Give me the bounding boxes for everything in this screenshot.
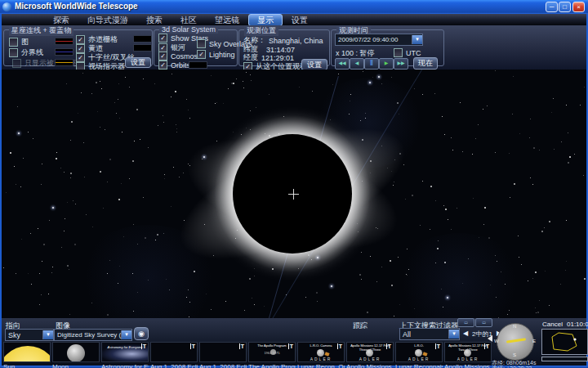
cancel-button[interactable]: Cancel xyxy=(542,321,563,328)
thumbnail-tour[interactable]: Apollo Missions 12-17 Part Three of Thre… xyxy=(346,342,394,368)
compass-east-label: E xyxy=(532,339,536,343)
collapse-panel-icon[interactable] xyxy=(488,335,492,342)
tab-search[interactable]: 搜索 xyxy=(137,15,172,25)
tab-telescope[interactable]: 望远镜 xyxy=(206,15,248,25)
checkbox-orbits[interactable]: ✓ Orbits xyxy=(158,61,190,70)
imagery-dropdown[interactable]: Digitized Sky Survey (Optical... ▼ xyxy=(54,329,132,341)
filter-value: All xyxy=(400,330,448,339)
ecliptic-color-swatch[interactable] xyxy=(133,44,152,52)
thumbnail-tour[interactable]: L.R.O. ADLER T Lunar Reconnais... xyxy=(395,342,443,368)
thumbnail-tour[interactable]: L.R.O. Camera ADLER T Lunar Recon. Or... xyxy=(297,342,345,368)
panel-toggle-button[interactable]: ▭ xyxy=(457,318,474,327)
title-bar[interactable]: Microsoft WorldWide Telescope ─ □ × xyxy=(0,0,588,14)
chevron-down-icon[interactable]: ▼ xyxy=(448,330,459,339)
eq-grid-color-swatch[interactable] xyxy=(133,35,152,43)
pause-button[interactable]: Ⅱ xyxy=(364,58,379,70)
compass-west-label: W xyxy=(494,339,499,343)
tour-badge-icon: T xyxy=(435,343,440,349)
checkbox-icon[interactable] xyxy=(12,59,21,68)
thumbnail-moon[interactable]: Moon xyxy=(52,342,100,368)
checkbox-icon[interactable] xyxy=(197,39,206,48)
selected-only-color-swatch[interactable] xyxy=(55,59,74,66)
group-observing-location: 观测位置 名称： Shanghai, China 纬度 31:14:07 经度 … xyxy=(238,29,330,66)
now-button[interactable]: 现在 xyxy=(413,57,438,70)
look-at-value: Sky xyxy=(6,331,42,339)
tab-guided-tours[interactable]: 向导式漫游 xyxy=(78,15,137,25)
group-constellations-title: 星座连线 + 覆盖物 xyxy=(9,25,74,36)
menu-bar: 探索 向导式漫游 搜索 社区 望远镜 显示 设置 xyxy=(2,14,586,25)
finder-outline xyxy=(542,330,587,354)
moon-image xyxy=(317,349,324,357)
location-settings-button[interactable]: 设置 xyxy=(301,59,327,70)
thumbnail-sun[interactable]: Sun xyxy=(3,342,51,368)
tab-settings[interactable]: 设置 xyxy=(283,15,317,25)
info-icon: ◉ xyxy=(138,330,145,338)
checkbox-figures[interactable]: 图 xyxy=(9,37,29,47)
pager-prev-icon[interactable]: ◀ xyxy=(463,330,468,337)
figures-color-swatch[interactable] xyxy=(55,38,74,45)
sky-viewport[interactable] xyxy=(2,70,586,318)
tour-badge-icon: T xyxy=(141,343,146,349)
thumbnail-tour[interactable]: T Aug 1, 2008 Eclip... xyxy=(150,342,198,368)
checkbox-icon[interactable] xyxy=(394,48,403,57)
datetime-dropdown[interactable]: 2009/07/22 09:40:00 ▼ xyxy=(335,34,423,46)
finder-map xyxy=(541,329,588,355)
thumbnail-tour[interactable]: The Apollo Program 1961 1975 T The Apoll… xyxy=(248,342,296,368)
tour-badge-icon: T xyxy=(386,343,391,349)
progress-bar xyxy=(541,357,588,361)
checkbox-icon[interactable]: ✓ xyxy=(158,34,167,43)
orbits-color-swatch[interactable] xyxy=(189,61,207,69)
filter-dropdown[interactable]: All ▼ xyxy=(399,328,460,340)
minimize-button[interactable]: ─ xyxy=(546,2,558,12)
maximize-button[interactable]: □ xyxy=(559,2,571,12)
moon-image xyxy=(366,349,373,357)
checkbox-icon[interactable]: ✓ xyxy=(158,52,167,61)
rewind-button[interactable]: ◀◀ xyxy=(335,58,350,70)
checkbox-boundaries[interactable]: 分界线 xyxy=(9,47,43,58)
tab-community[interactable]: 社区 xyxy=(172,15,206,25)
look-at-dropdown[interactable]: Sky ▼ xyxy=(5,329,54,341)
moon-image xyxy=(415,349,422,357)
tour-badge-icon: T xyxy=(239,343,244,349)
chevron-down-icon[interactable]: ▼ xyxy=(412,35,422,44)
crosshair-icon xyxy=(293,189,294,200)
tracking-label: 跟踪 xyxy=(353,321,368,331)
checkbox-icon[interactable]: ✓ xyxy=(158,61,167,70)
checkbox-lighting[interactable]: ✓ Lighting xyxy=(197,50,235,59)
moon-image xyxy=(464,349,471,357)
panel-toggle-button[interactable]: ▭ xyxy=(475,318,492,327)
constellation-settings-button[interactable]: 设置 xyxy=(125,57,151,68)
chevron-down-icon[interactable]: ▼ xyxy=(42,330,53,339)
thumbnail-tour[interactable]: Astronomy for Everyone T Astronomy for E… xyxy=(101,342,149,368)
tour-badge-icon: T xyxy=(484,343,489,349)
moon-image xyxy=(67,344,85,362)
compass-south-label: S xyxy=(513,352,516,357)
image-info-button[interactable]: ◉ xyxy=(134,327,149,340)
app-logo-icon xyxy=(2,2,11,11)
group-observing-time: 观测时间 2009/07/22 09:40:00 ▼ x 100 : 暂停 UT… xyxy=(331,29,444,66)
tour-badge-icon: T xyxy=(190,343,195,349)
tab-view[interactable]: 显示 xyxy=(248,14,283,26)
chevron-down-icon[interactable]: ▼ xyxy=(121,330,131,339)
group-solar-system-title: 3d Solar System xyxy=(159,25,218,34)
group-constellations: 星座连线 + 覆盖物 图 分界线 只显示被选星座 ✓ 赤道栅格 ✓ xyxy=(3,29,153,66)
spacecraft-image xyxy=(324,352,329,356)
checkbox-icon[interactable]: ✓ xyxy=(197,50,206,59)
play-button[interactable]: ▶ xyxy=(379,58,394,70)
checkbox-icon[interactable] xyxy=(9,38,18,47)
tab-explore[interactable]: 探索 xyxy=(44,15,78,25)
checkbox-cosmos[interactable]: ✓ Cosmos xyxy=(158,52,198,61)
boundaries-color-swatch[interactable] xyxy=(55,48,74,56)
location-name-value: Shanghai, China xyxy=(269,37,323,45)
checkbox-utc[interactable]: UTC xyxy=(394,48,421,57)
sun-image xyxy=(3,346,51,362)
fast-forward-button[interactable]: ▶▶ xyxy=(394,58,408,70)
close-button[interactable]: × xyxy=(572,2,585,12)
window-title: Microsoft WorldWide Telescope xyxy=(15,2,138,11)
group-solar-system: 3d Solar System ✓ Show Stars ✓ 银河 ✓ Cosm… xyxy=(154,29,238,66)
compass-north-label: N xyxy=(513,324,516,329)
thumbnail-tour[interactable]: T Aug 1, 2008 Eclip... xyxy=(199,342,247,368)
checkbox-icon[interactable] xyxy=(9,48,18,57)
thumbnail-tour[interactable]: Apollo Missions 12-17 Part Two of Three … xyxy=(444,342,492,368)
step-back-button[interactable]: ◀ xyxy=(350,58,364,70)
